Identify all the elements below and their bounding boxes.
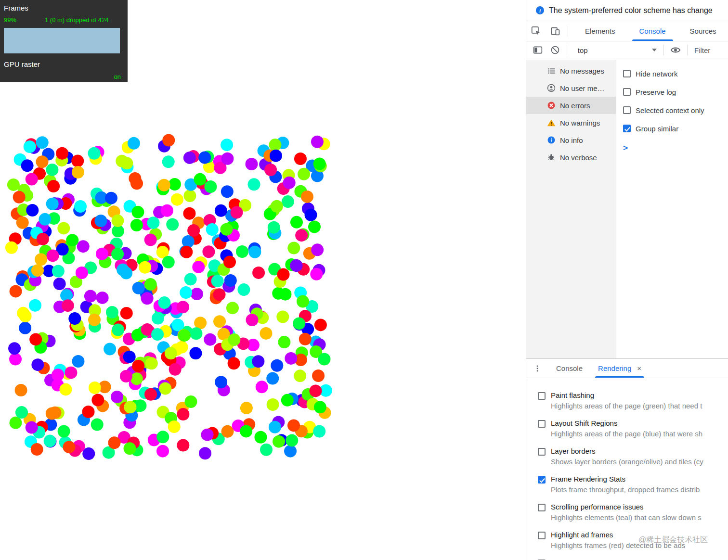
toolbar-separator-2 (663, 45, 664, 55)
gpu-raster-state: on (114, 73, 121, 80)
paint-flashing-checkbox[interactable] (538, 392, 546, 400)
rendering-options-list: Paint flashing Highlights areas of the p… (526, 378, 728, 560)
user-icon (547, 84, 556, 92)
option-title: Paint flashing (551, 391, 702, 399)
option-title: Scrolling performance issues (551, 503, 702, 511)
option-description: Highlights areas of the page (blue) that… (551, 430, 702, 438)
option-title: Frame Rendering Stats (551, 475, 700, 483)
gpu-raster-label: GPU raster (4, 60, 124, 68)
drawer-menu-icon[interactable] (526, 359, 548, 378)
verbose-bug-icon (547, 153, 556, 162)
inspect-element-button[interactable] (526, 21, 546, 41)
option-selected-context-only[interactable]: Selected context only (623, 101, 728, 119)
sidebar-item-no-errors[interactable]: No errors (526, 97, 616, 114)
warning-icon (547, 118, 556, 127)
error-icon (547, 101, 556, 110)
rendering-option-paint-flashing[interactable]: Paint flashing Highlights areas of the p… (526, 387, 728, 415)
rendering-option-layer-borders[interactable]: Layer borders Shows layer borders (orang… (526, 443, 728, 471)
console-prompt-chevron-icon[interactable]: > (623, 143, 728, 153)
drawer-tab-label: Rendering (598, 364, 631, 372)
sidebar-item-label: No info (560, 136, 583, 144)
devtools-panel: i The system-preferred color scheme has … (526, 0, 728, 560)
layout-shift-checkbox[interactable] (538, 420, 546, 428)
frames-dropped: 1 (0 m) dropped of 424 (45, 16, 108, 24)
sidebar-item-label: No messages (560, 67, 604, 75)
sidebar-item-no-info[interactable]: No info (526, 131, 616, 149)
context-value: top (578, 46, 588, 54)
rendering-option-layout-shift[interactable]: Layout Shift Regions Highlights areas of… (526, 415, 728, 443)
message-list-icon (547, 66, 556, 75)
sidebar-item-no-warnings[interactable]: No warnings (526, 114, 616, 131)
console-filter-input[interactable] (694, 46, 728, 54)
option-preserve-log[interactable]: Preserve log (623, 83, 728, 101)
sidebar-item-no-messages[interactable]: No messages (526, 62, 616, 79)
option-description: Highlights frames (red) detected to be a… (551, 541, 685, 549)
option-label: Preserve log (636, 88, 676, 96)
sidebar-item-label: No errors (560, 102, 590, 110)
console-sidebar: No messages No user me… No errors (526, 60, 616, 358)
frames-stats-overlay: Frames 99% 1 (0 m) dropped of 424 GPU ra… (0, 0, 128, 82)
confetti-canvas (4, 134, 332, 460)
console-toolbar: top (526, 41, 728, 59)
drawer-tabbar: Console Rendering × (526, 359, 728, 378)
option-description: Shows layer borders (orange/olive) and t… (551, 458, 703, 466)
scrolling-performance-checkbox[interactable] (538, 504, 546, 511)
option-hide-network[interactable]: Hide network (623, 64, 728, 83)
highlight-ad-frames-checkbox[interactable] (538, 532, 546, 539)
javascript-context-selector[interactable]: top (574, 46, 661, 54)
frames-percent: 99% (4, 16, 45, 24)
frames-chart (4, 28, 120, 53)
drawer-tab-rendering[interactable]: Rendering × (590, 359, 649, 378)
infobar: i The system-preferred color scheme has … (526, 0, 728, 21)
tab-sources[interactable]: Sources (680, 21, 727, 41)
live-expression-eye-button[interactable] (667, 45, 684, 55)
tab-elements[interactable]: Elements (575, 21, 625, 41)
rendering-option-frame-rendering-stats[interactable]: Frame Rendering Stats Plots frame throug… (526, 471, 728, 498)
option-group-similar[interactable]: Group similar (623, 119, 728, 138)
devtools-drawer: Console Rendering × Paint flashing Highl… (526, 358, 728, 560)
info-icon: i (536, 6, 544, 14)
preserve-log-checkbox[interactable] (623, 88, 631, 96)
clear-console-button[interactable] (546, 45, 564, 55)
option-label: Group similar (636, 125, 678, 133)
frames-title: Frames (4, 4, 124, 12)
option-title: Layout Shift Regions (551, 419, 702, 427)
toolbar-separator-3 (687, 45, 688, 55)
device-toolbar-button[interactable] (546, 21, 565, 41)
drawer-tab-console[interactable]: Console (548, 359, 590, 378)
rendering-option-hit-test-borders[interactable]: Hit-test borders (526, 554, 728, 560)
frames-stats-row: 99% 1 (0 m) dropped of 424 (4, 16, 124, 24)
option-description: Highlights elements (teal) that can slow… (551, 513, 702, 522)
devtools-tabbar: Elements Console Sources (526, 21, 728, 41)
option-description: Plots frame throughput, dropped frames d… (551, 485, 700, 494)
tabbar-separator (568, 26, 568, 37)
option-title: Layer borders (551, 447, 703, 455)
layer-borders-checkbox[interactable] (538, 448, 546, 456)
close-icon[interactable]: × (637, 364, 641, 372)
option-description: Highlights areas of the page (green) tha… (551, 402, 702, 410)
infobar-message: The system-preferred color scheme has ch… (549, 6, 713, 15)
option-label: Hide network (636, 70, 678, 78)
sidebar-item-no-user-messages[interactable]: No user me… (526, 79, 616, 97)
sidebar-item-label: No verbose (560, 153, 597, 162)
selected-context-checkbox[interactable] (623, 106, 631, 114)
option-label: Selected context only (636, 106, 704, 115)
chevron-down-icon (652, 49, 657, 51)
toolbar-separator (567, 45, 567, 55)
console-settings-pane: Hide network Preserve log Selected conte… (616, 60, 728, 358)
option-title: Highlight ad frames (551, 531, 685, 539)
sidebar-item-label: No user me… (560, 84, 605, 92)
console-sidebar-toggle-icon[interactable] (529, 45, 546, 55)
hide-network-checkbox[interactable] (623, 70, 631, 77)
frame-rendering-stats-checkbox[interactable] (538, 476, 546, 484)
rendering-option-highlight-ad-frames[interactable]: Highlight ad frames Highlights frames (r… (526, 526, 728, 554)
info-icon-small (547, 136, 556, 144)
sidebar-item-label: No warnings (560, 119, 600, 127)
group-similar-checkbox[interactable] (623, 125, 631, 132)
console-body: No messages No user me… No errors (526, 60, 728, 358)
page: Frames 99% 1 (0 m) dropped of 424 GPU ra… (0, 0, 728, 560)
rendering-option-scrolling-performance[interactable]: Scrolling performance issues Highlights … (526, 498, 728, 526)
tab-console[interactable]: Console (629, 21, 676, 41)
sidebar-item-no-verbose[interactable]: No verbose (526, 149, 616, 166)
